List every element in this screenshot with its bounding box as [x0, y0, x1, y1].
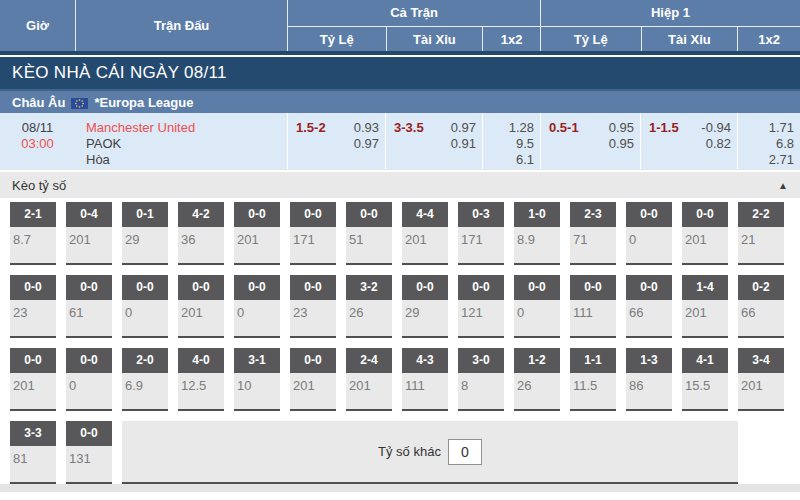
score-odds-cell[interactable]: 1-226: [514, 348, 560, 411]
score-odds-cell[interactable]: 0-266: [738, 275, 784, 338]
score-label: 0-2: [738, 275, 784, 300]
full-handicap-home-odds[interactable]: 0.93: [354, 120, 379, 136]
full-over-odds[interactable]: 0.97: [451, 120, 476, 136]
score-odds-cell[interactable]: 2-4201: [346, 348, 392, 411]
score-odds-cell[interactable]: 4-3111: [402, 348, 448, 411]
score-odds-value: 121: [458, 300, 504, 320]
full-handicap-line: 1.5-2: [296, 120, 326, 169]
score-odds-cell[interactable]: 1-111.5: [570, 348, 616, 411]
score-label: 0-0: [122, 275, 168, 300]
home-team-link[interactable]: Manchester United: [86, 120, 287, 136]
score-odds-cell[interactable]: 0-00: [234, 275, 280, 338]
full-handicap-away-odds[interactable]: 0.97: [354, 136, 379, 152]
half-1x2-cell[interactable]: 1.71 6.8 2.71: [737, 113, 800, 169]
score-odds-cell[interactable]: 1-4201: [682, 275, 728, 338]
score-odds-cell[interactable]: 3-381: [10, 421, 56, 484]
score-odds-cell[interactable]: 0-0201: [290, 348, 336, 411]
score-odds-cell[interactable]: 4-115.5: [682, 348, 728, 411]
score-label: 4-2: [178, 202, 224, 227]
score-odds-cell[interactable]: 0-4201: [66, 202, 112, 265]
header-first-half: Hiệp 1: [541, 0, 800, 27]
score-odds-cell[interactable]: 0-00: [66, 348, 112, 411]
score-odds-cell[interactable]: 0-023: [290, 275, 336, 338]
score-odds-cell[interactable]: 0-0171: [290, 202, 336, 265]
score-odds-value: 26: [346, 300, 392, 320]
score-odds-cell[interactable]: 0-023: [10, 275, 56, 338]
score-label: 0-4: [66, 202, 112, 227]
half-handicap-away-odds[interactable]: 0.95: [609, 136, 634, 152]
score-odds-cell[interactable]: 0-0131: [66, 421, 112, 484]
half-1x2-away[interactable]: 2.71: [738, 152, 794, 168]
half-handicap-cell[interactable]: 0.5-1 0.95 0.95: [540, 113, 640, 169]
score-odds-cell[interactable]: 0-0201: [178, 275, 224, 338]
score-odds-cell[interactable]: 2-18.7: [10, 202, 56, 265]
score-odds-cell[interactable]: 0-061: [66, 275, 112, 338]
score-label: 3-2: [346, 275, 392, 300]
other-score-input[interactable]: [448, 439, 482, 465]
score-odds-cell[interactable]: 0-0201: [10, 348, 56, 411]
score-odds-cell[interactable]: 0-0111: [570, 275, 616, 338]
score-row: 2-18.70-42010-1294-2360-02010-01710-0514…: [10, 202, 800, 265]
score-label: 2-1: [10, 202, 56, 227]
score-odds-cell[interactable]: 0-00: [626, 202, 672, 265]
half-1x2-draw[interactable]: 6.8: [738, 136, 794, 152]
score-odds-value: 6.9: [122, 373, 168, 393]
score-odds-cell[interactable]: 2-221: [738, 202, 784, 265]
half-over-odds[interactable]: -0.94: [701, 120, 731, 136]
match-kickoff-time: 03:00: [0, 136, 75, 152]
page-title: KÈO NHÀ CÁI NGÀY 08/11: [0, 57, 800, 89]
half-1x2-home[interactable]: 1.71: [738, 120, 794, 136]
score-odds-cell[interactable]: 0-00: [514, 275, 560, 338]
score-odds-cell[interactable]: 4-236: [178, 202, 224, 265]
score-label: 0-0: [682, 202, 728, 227]
score-odds-value: 201: [346, 373, 392, 393]
score-odds-cell[interactable]: 4-4201: [402, 202, 448, 265]
score-odds-value: 201: [234, 227, 280, 247]
score-odds-cell[interactable]: 0-0201: [682, 202, 728, 265]
score-odds-value: 23: [290, 300, 336, 320]
score-odds-cell[interactable]: 2-06.9: [122, 348, 168, 411]
header-full-handicap: Tỷ Lệ: [288, 27, 386, 51]
match-row: 08/11 03:00 Manchester United PAOK Hòa 1…: [0, 113, 800, 170]
score-odds-cell[interactable]: 1-08.9: [514, 202, 560, 265]
score-odds-cell[interactable]: 0-029: [402, 275, 448, 338]
score-odds-cell[interactable]: 0-0201: [234, 202, 280, 265]
score-odds-cell[interactable]: 1-386: [626, 348, 672, 411]
score-odds-cell[interactable]: 0-051: [346, 202, 392, 265]
score-label: 0-3: [458, 202, 504, 227]
score-odds-value: 71: [570, 227, 616, 247]
score-label: 3-1: [234, 348, 280, 373]
score-label: 1-0: [514, 202, 560, 227]
score-odds-cell[interactable]: 0-129: [122, 202, 168, 265]
full-1x2-away[interactable]: 6.1: [483, 152, 534, 168]
score-label: 2-2: [738, 202, 784, 227]
full-under-odds[interactable]: 0.91: [451, 136, 476, 152]
score-odds-cell[interactable]: 3-4201: [738, 348, 784, 411]
collapse-icon[interactable]: ▲: [778, 180, 788, 191]
full-handicap-cell[interactable]: 1.5-2 0.93 0.97: [287, 113, 385, 169]
score-odds-cell[interactable]: 2-371: [570, 202, 616, 265]
full-over-under-cell[interactable]: 3-3.5 0.97 0.91: [385, 113, 482, 169]
half-over-under-cell[interactable]: 1-1.5 -0.94 0.82: [640, 113, 737, 169]
score-odds-cell[interactable]: 0-3171: [458, 202, 504, 265]
score-odds-cell[interactable]: 0-066: [626, 275, 672, 338]
score-odds-cell[interactable]: 3-08: [458, 348, 504, 411]
match-teams-cell: Manchester United PAOK Hòa: [75, 113, 287, 169]
half-handicap-home-odds[interactable]: 0.95: [609, 120, 634, 136]
full-1x2-home[interactable]: 1.28: [483, 120, 534, 136]
score-odds-cell[interactable]: 4-012.5: [178, 348, 224, 411]
score-odds-cell[interactable]: 0-00: [122, 275, 168, 338]
full-1x2-draw[interactable]: 9.5: [483, 136, 534, 152]
score-odds-cell[interactable]: 0-0121: [458, 275, 504, 338]
score-odds-value: 8.9: [514, 227, 560, 247]
score-odds-cell[interactable]: 3-110: [234, 348, 280, 411]
score-section-header[interactable]: Kèo tỷ số ▲: [0, 172, 800, 198]
half-ou-line: 1-1.5: [649, 120, 679, 169]
score-label: 0-0: [458, 275, 504, 300]
full-1x2-cell[interactable]: 1.28 9.5 6.1: [482, 113, 540, 169]
score-odds-cell[interactable]: 3-226: [346, 275, 392, 338]
header-full-match: Cả Trận: [288, 0, 540, 27]
score-odds-value: 0: [626, 227, 672, 247]
half-under-odds[interactable]: 0.82: [701, 136, 731, 152]
score-label: 4-0: [178, 348, 224, 373]
